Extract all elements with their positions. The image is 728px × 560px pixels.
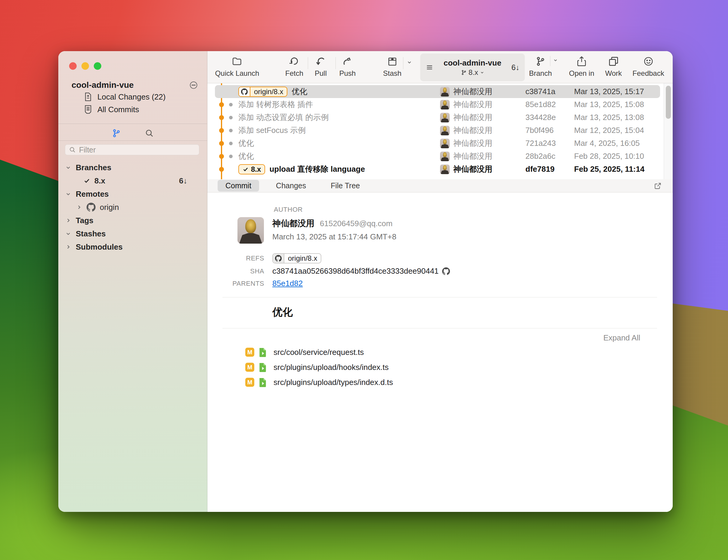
sidebar-item-stashes[interactable]: Stashes [58, 227, 207, 240]
chevron-right-icon[interactable] [65, 244, 72, 250]
divider [223, 297, 657, 297]
changed-file-row[interactable]: M src/plugins/upload/hooks/index.ts [245, 362, 673, 373]
push-button[interactable]: Push [340, 55, 356, 78]
stash-button[interactable]: Stash [383, 55, 401, 78]
refs-badge[interactable]: origin/8.x [272, 253, 321, 263]
scrollbar-thumb[interactable] [666, 86, 671, 119]
chevron-right-icon[interactable] [76, 204, 82, 210]
commit-message: 添加 setFocus 示例 [238, 125, 306, 136]
tab-file-tree[interactable]: File Tree [323, 180, 367, 192]
commit-date: Feb 28, 2025, 10:10 [574, 152, 655, 161]
commit-row[interactable]: origin/8.x 优化 神仙都没用 c38741a Mar 13, 2025… [215, 85, 660, 98]
branches-mode-icon[interactable] [112, 128, 121, 138]
checkmark-icon [243, 166, 249, 172]
window-controls [69, 62, 101, 70]
sidebar-item-tags[interactable]: Tags [58, 214, 207, 227]
sidebar-item-branch-8x[interactable]: 8.x 6↓ [58, 174, 207, 187]
fetch-icon [288, 55, 300, 68]
local-changes-icon [84, 92, 93, 102]
toolbar: Quick Launch Fetch [207, 51, 673, 83]
sidebar-divider [58, 124, 207, 124]
file-icon [259, 362, 267, 372]
sidebar-item-local-changes[interactable]: Local Changes (22) [84, 92, 166, 102]
commit-row[interactable]: 添加 setFocus 示例 神仙都没用 7b0f496 Mar 12, 202… [215, 124, 660, 137]
remote-branch-badge[interactable]: origin/8.x [238, 87, 287, 97]
repo-list-icon[interactable] [425, 63, 433, 71]
expand-all-link[interactable]: Expand All [603, 333, 640, 343]
current-branch-badge[interactable]: 8.x [238, 164, 265, 174]
tab-changes[interactable]: Changes [268, 180, 314, 192]
github-icon [87, 203, 96, 212]
desktop: cool-admin-vue Local Changes (22) [0, 0, 728, 560]
search-mode-icon[interactable] [145, 128, 154, 138]
commit-message-title: 优化 [272, 305, 673, 319]
file-path: src/plugins/upload/types/index.d.ts [274, 378, 393, 387]
search-icon [69, 146, 76, 153]
sidebar-repo-name: cool-admin-vue [72, 80, 134, 90]
smiley-icon [643, 55, 654, 68]
fork-app-window: cool-admin-vue Local Changes (22) [58, 51, 673, 512]
avatar [440, 152, 450, 161]
chevron-down-icon[interactable] [65, 165, 72, 171]
feedback-button[interactable]: Feedback [632, 55, 664, 78]
commit-row[interactable]: 添加 动态设置必填 的示例 神仙都没用 334428e Mar 13, 2025… [215, 111, 660, 124]
avatar [440, 139, 450, 148]
repo-options-icon[interactable] [189, 81, 198, 90]
branch-chevron-icon[interactable] [553, 58, 558, 63]
branch-button[interactable]: Branch [529, 55, 552, 78]
filter-field[interactable] [65, 144, 199, 155]
push-icon [342, 55, 354, 68]
commit-message: 添加 转树形表格 插件 [238, 99, 313, 110]
commit-row[interactable]: 添加 转树形表格 插件 神仙都没用 85e1d82 Mar 13, 2025, … [215, 98, 660, 111]
repo-selector[interactable]: cool-admin-vue 8.x [420, 54, 525, 81]
commit-row[interactable]: 优化 神仙都没用 28b2a6c Feb 28, 2025, 10:10 [215, 150, 660, 163]
quick-launch-button[interactable]: Quick Launch [215, 55, 260, 78]
pull-button[interactable]: Pull [315, 55, 327, 78]
github-icon[interactable] [442, 267, 450, 275]
commit-sha: 721a243 [525, 139, 570, 148]
commit-author: 神仙都没用 [453, 86, 522, 97]
changed-file-row[interactable]: M src/plugins/upload/types/index.d.ts [245, 377, 673, 388]
file-path: src/cool/service/request.ts [274, 348, 364, 357]
parent-commit-link[interactable]: 85e1d82 [272, 279, 303, 288]
open-external-icon[interactable] [653, 182, 662, 190]
close-button[interactable] [69, 62, 77, 70]
commit-date: Mar 12, 2025, 15:04 [574, 126, 655, 135]
commit-sha: 28b2a6c [525, 152, 570, 161]
commit-message: 添加 动态设置必填 的示例 [238, 112, 329, 123]
modified-status-badge: M [245, 363, 254, 372]
sidebar-item-all-commits[interactable]: All Commits [84, 105, 139, 114]
chevron-down-icon[interactable] [65, 191, 72, 197]
remotes-label: Remotes [76, 189, 109, 199]
minimize-button[interactable] [81, 62, 89, 70]
share-icon [576, 55, 587, 68]
avatar [440, 113, 450, 122]
commit-author: 神仙都没用 [453, 125, 522, 136]
stash-chevron-icon[interactable] [407, 60, 412, 65]
commit-sha: 85e1d82 [525, 100, 570, 109]
sidebar-item-submodules[interactable]: Submodules [58, 240, 207, 254]
open-in-button[interactable]: Open in [569, 55, 594, 78]
scrollbar-track[interactable] [664, 83, 673, 179]
commit-message: 优化 [238, 138, 254, 149]
filter-input[interactable] [79, 146, 195, 154]
sha-value: c38741aa05266398d64bf3ffd4ce3333dee90441 [272, 266, 438, 276]
changed-file-row[interactable]: M src/cool/service/request.ts [245, 347, 673, 358]
author-date: March 13, 2025 at 15:17:44 GMT+8 [272, 232, 396, 242]
tab-commit[interactable]: Commit [218, 180, 259, 192]
sidebar-item-branches[interactable]: Branches [58, 161, 207, 174]
sidebar-item-origin[interactable]: origin [58, 201, 207, 214]
chevron-down-icon [480, 70, 484, 75]
commit-row-current-branch[interactable]: 8.x upload 直传移除 language 神仙都没用 dfe7819 F… [215, 163, 660, 176]
detail-tabbar: Commit Changes File Tree [207, 179, 673, 192]
sidebar-item-remotes[interactable]: Remotes [58, 187, 207, 201]
chevron-right-icon[interactable] [65, 217, 72, 223]
chevron-down-icon[interactable] [65, 231, 72, 237]
commit-row[interactable]: 优化 神仙都没用 721a243 Mar 4, 2025, 16:05 [215, 137, 660, 150]
fetch-button[interactable]: Fetch [285, 55, 303, 78]
zoom-button[interactable] [94, 62, 101, 70]
commit-date: Mar 13, 2025, 15:17 [574, 87, 655, 96]
file-icon [259, 377, 267, 387]
work-button[interactable]: Work [605, 55, 622, 78]
main-area: Quick Launch Fetch [207, 51, 673, 512]
